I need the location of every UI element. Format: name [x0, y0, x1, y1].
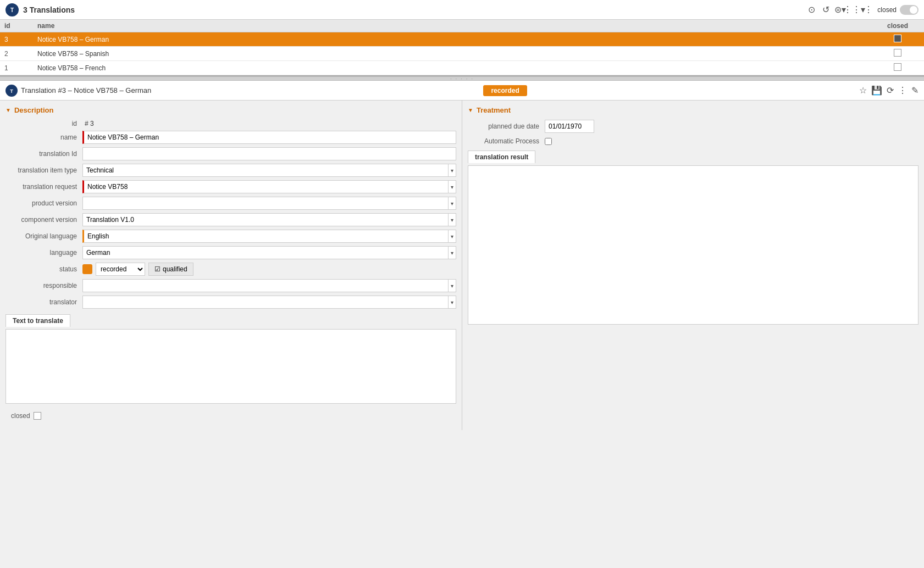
translation-id-label: translation Id	[5, 150, 82, 158]
product-version-select[interactable]: ▾	[82, 197, 456, 210]
tab-translation-result[interactable]: translation result	[468, 151, 535, 163]
form-header: T Translation #3 – Notice VB758 – German…	[0, 81, 924, 101]
treatment-section-label: Treatment	[477, 106, 511, 114]
translation-item-type-arrow[interactable]: ▾	[448, 164, 456, 176]
list-item[interactable]: 3 Notice VB758 – German	[0, 32, 924, 47]
translator-select[interactable]: ▾	[82, 296, 456, 309]
responsible-arrow[interactable]: ▾	[448, 280, 456, 292]
id-value: # 3	[82, 120, 94, 127]
component-version-select[interactable]: ▾	[82, 213, 456, 226]
status-label: status	[5, 265, 82, 273]
app-logo: T	[5, 3, 19, 16]
more-icon[interactable]: ⋮	[863, 4, 874, 15]
status-badge: recorded	[483, 85, 527, 96]
closed-toggle[interactable]	[900, 5, 919, 15]
checkbox-icon	[894, 35, 901, 42]
text-to-translate-area[interactable]	[5, 329, 456, 404]
product-version-arrow[interactable]: ▾	[448, 197, 456, 209]
translator-value[interactable]	[83, 298, 448, 306]
component-version-label: component version	[5, 216, 82, 224]
row-closed-checkbox[interactable]	[876, 49, 920, 58]
more-form-icon[interactable]: ⋮	[898, 85, 907, 96]
resize-divider[interactable]: · · · · ·	[0, 76, 924, 81]
translation-result-section: translation result	[468, 151, 919, 326]
original-language-select[interactable]: ▾	[82, 230, 456, 243]
product-version-value[interactable]	[83, 199, 448, 207]
field-id: id # 3	[5, 120, 456, 127]
form-header-left: T Translation #3 – Notice VB758 – German	[5, 85, 151, 97]
translation-item-type-select[interactable]: ▾	[82, 164, 456, 177]
responsible-select[interactable]: ▾	[82, 279, 456, 292]
list-area: 3 Notice VB758 – German 2 Notice VB758 –…	[0, 32, 924, 75]
page-title: 3 Translations	[23, 5, 75, 14]
translator-label: translator	[5, 298, 82, 306]
translation-request-label: translation request	[5, 183, 82, 191]
qualified-button[interactable]: ☑ qualified	[148, 263, 193, 276]
original-language-value[interactable]	[84, 232, 448, 240]
svg-text:T: T	[10, 88, 13, 93]
treatment-section-header[interactable]: ▼ Treatment	[468, 106, 919, 114]
original-language-arrow[interactable]: ▾	[448, 230, 456, 242]
language-select[interactable]: ▾	[82, 246, 456, 259]
field-name: name	[5, 131, 456, 144]
description-panel: ▼ Description id # 3 name translation Id…	[0, 101, 462, 430]
language-arrow[interactable]: ▾	[448, 247, 456, 259]
name-label: name	[5, 133, 82, 141]
columns-icon[interactable]: ⋮⋮▾	[849, 4, 860, 15]
bottom-closed-checkbox[interactable]	[34, 412, 41, 420]
automatic-process-checkbox[interactable]	[545, 138, 552, 145]
translator-arrow[interactable]: ▾	[448, 296, 456, 308]
row-closed-checkbox[interactable]	[876, 35, 920, 44]
field-responsible: responsible ▾	[5, 279, 456, 292]
field-translation-item-type: translation item type ▾	[5, 164, 456, 177]
component-version-value[interactable]	[83, 216, 448, 224]
list-item[interactable]: 1 Notice VB758 – French	[0, 61, 924, 75]
top-bar: T 3 Translations ⊙ ↺ ⊜▾ ⋮⋮▾ ⋮ closed	[0, 0, 924, 20]
component-version-arrow[interactable]: ▾	[448, 214, 456, 226]
description-section-label: Description	[14, 106, 54, 114]
row-closed-checkbox[interactable]	[876, 63, 920, 73]
responsible-value[interactable]	[83, 282, 448, 289]
description-section-header[interactable]: ▼ Description	[5, 106, 456, 114]
translation-item-type-value[interactable]	[83, 166, 448, 174]
row-id: 1	[4, 64, 37, 72]
language-value[interactable]	[83, 249, 448, 257]
translation-request-value[interactable]	[84, 183, 448, 191]
tab-bar: Text to translate	[5, 314, 456, 327]
qualified-label: qualified	[163, 265, 187, 273]
status-color-dot	[82, 264, 92, 274]
row-name: Notice VB758 – German	[37, 36, 876, 43]
responsible-label: responsible	[5, 282, 82, 289]
activity-icon[interactable]: ⊙	[806, 4, 817, 15]
translation-id-input[interactable]	[82, 147, 456, 160]
field-planned-due-date: planned due date	[468, 120, 919, 133]
row-name: Notice VB758 – Spanish	[37, 50, 876, 58]
row-name: Notice VB758 – French	[37, 64, 876, 72]
save-favorites-icon[interactable]: ☆	[859, 85, 867, 96]
save-icon[interactable]: 💾	[871, 85, 882, 96]
col-header-id: id	[4, 22, 37, 30]
list-item[interactable]: 2 Notice VB758 – Spanish	[0, 47, 924, 61]
field-language: language ▾	[5, 246, 456, 259]
field-original-language: Original language ▾	[5, 230, 456, 243]
translation-request-arrow[interactable]: ▾	[448, 181, 456, 193]
planned-due-date-input[interactable]	[545, 120, 594, 133]
translation-result-area[interactable]	[468, 165, 919, 325]
divider-handle: · · · · ·	[450, 76, 474, 82]
section-collapse-arrow: ▼	[5, 107, 11, 113]
planned-due-date-label: planned due date	[468, 122, 545, 130]
status-select-wrap[interactable]: recorded in progress done	[96, 263, 145, 276]
top-bar-left: T 3 Translations	[5, 3, 75, 16]
status-badge-wrap: recorded	[483, 87, 527, 94]
status-select[interactable]: recorded in progress done	[96, 263, 145, 275]
name-input[interactable]	[82, 131, 456, 144]
form-body: ▼ Description id # 3 name translation Id…	[0, 101, 924, 430]
closed-toggle-label: closed	[877, 6, 897, 14]
automatic-process-label: Automatic Process	[468, 137, 545, 145]
history-icon[interactable]: ⟳	[887, 85, 894, 96]
refresh-icon[interactable]: ↺	[820, 4, 831, 15]
translation-request-select[interactable]: ▾	[82, 180, 456, 193]
edit-icon[interactable]: ✎	[911, 85, 919, 96]
tab-text-to-translate[interactable]: Text to translate	[5, 314, 70, 327]
svg-text:T: T	[10, 7, 14, 13]
